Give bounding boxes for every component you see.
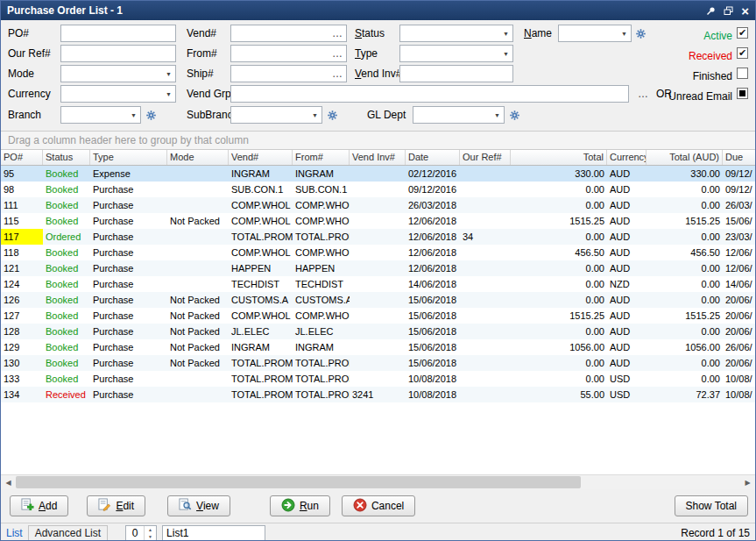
column-header-status[interactable]: Status bbox=[43, 150, 90, 165]
status-combo-input[interactable] bbox=[400, 27, 499, 39]
name-dropdown-arrow-icon[interactable]: ▼ bbox=[618, 31, 631, 37]
grid-row-118[interactable]: 118BookedPurchaseCOMP.WHOLCOMP.WHOL12/06… bbox=[1, 245, 755, 260]
vend-lookup-ellipsis-icon[interactable]: … bbox=[329, 28, 346, 39]
column-header-vend_inv[interactable]: Vend Inv# bbox=[350, 150, 406, 165]
subbranch-combo-input[interactable] bbox=[231, 109, 308, 121]
from-input[interactable] bbox=[231, 47, 329, 60]
cell-due: 26/06/ bbox=[723, 339, 756, 355]
ship-lookup-ellipsis-icon[interactable]: … bbox=[329, 68, 346, 79]
grid-row-126[interactable]: 126BookedPurchaseNot PackedCUSTOMS.ACUST… bbox=[1, 292, 755, 308]
edit-button[interactable]: Edit bbox=[87, 495, 145, 516]
type-dropdown-arrow-icon[interactable]: ▼ bbox=[499, 51, 512, 57]
grid-row-124[interactable]: 124BookedPurchaseTECHDISTTECHDIST14/06/2… bbox=[1, 276, 755, 292]
branch-settings-gear-icon[interactable] bbox=[145, 109, 158, 122]
subbranch-dropdown-arrow-icon[interactable]: ▼ bbox=[308, 112, 321, 118]
status-bar: List Advanced List 0 ▲ ▼ Record 1 of 15 bbox=[1, 523, 755, 541]
ship-input[interactable] bbox=[231, 68, 329, 80]
list-name-input[interactable] bbox=[162, 525, 265, 541]
column-header-currency[interactable]: Currency bbox=[607, 150, 646, 165]
cell-vend_inv bbox=[350, 371, 406, 387]
close-icon[interactable]: × bbox=[741, 4, 749, 18]
add-button-label: Add bbox=[39, 500, 57, 512]
name-combo-input[interactable] bbox=[559, 27, 618, 39]
po-input[interactable] bbox=[60, 25, 176, 42]
cell-from: TOTAL.PROM bbox=[293, 229, 350, 245]
cell-from: TECHDIST bbox=[293, 276, 350, 292]
our-ref-input[interactable] bbox=[60, 45, 176, 62]
column-header-vend[interactable]: Vend# bbox=[229, 150, 293, 165]
show-total-button[interactable]: Show Total bbox=[675, 495, 748, 516]
vend-grp-input[interactable] bbox=[230, 85, 629, 103]
scroll-left-arrow-icon[interactable]: ◀ bbox=[1, 475, 16, 489]
cell-due: 12/06/ bbox=[723, 260, 756, 276]
cell-po: 127 bbox=[1, 308, 43, 324]
status-dropdown-arrow-icon[interactable]: ▼ bbox=[499, 31, 512, 37]
grid-row-133[interactable]: 133BookedPurchaseTOTAL.PROMTOTAL.PROM10/… bbox=[1, 371, 755, 387]
mode-dropdown-arrow-icon[interactable]: ▼ bbox=[162, 71, 175, 77]
vend-input[interactable] bbox=[231, 27, 329, 39]
cell-currency: USD bbox=[607, 387, 646, 402]
pin-icon[interactable] bbox=[706, 6, 716, 16]
spinner-up-icon[interactable]: ▲ bbox=[145, 526, 156, 533]
column-header-our_ref[interactable]: Our Ref# bbox=[460, 150, 511, 165]
column-header-mode[interactable]: Mode bbox=[167, 150, 229, 165]
grid-row-128[interactable]: 128BookedPurchaseNot PackedJL.ELECJL.ELE… bbox=[1, 324, 755, 339]
grid-row-111[interactable]: 111BookedPurchaseCOMP.WHOLCOMP.WHOL26/03… bbox=[1, 197, 755, 213]
group-by-panel[interactable]: Drag a column header here to group by th… bbox=[1, 131, 755, 150]
grid-row-129[interactable]: 129BookedPurchaseNot PackedINGRAMINGRAM1… bbox=[1, 339, 755, 355]
branch-combo-input[interactable] bbox=[61, 109, 127, 121]
restore-icon[interactable] bbox=[724, 6, 733, 16]
cell-due: 09/12/ bbox=[723, 166, 756, 182]
column-header-type[interactable]: Type bbox=[90, 150, 167, 165]
unread-email-checkbox[interactable] bbox=[737, 88, 748, 99]
grid-row-95[interactable]: 95BookedExpenseINGRAMINGRAM02/12/2016330… bbox=[1, 166, 755, 182]
spinner-value[interactable]: 0 bbox=[126, 526, 144, 540]
column-header-total[interactable]: Total bbox=[511, 150, 607, 165]
cell-type: Purchase bbox=[90, 371, 167, 387]
cell-total_aud: 330.00 bbox=[646, 166, 723, 182]
column-header-po[interactable]: PO# bbox=[1, 150, 43, 165]
view-button[interactable]: View bbox=[167, 495, 230, 516]
column-header-date[interactable]: Date bbox=[406, 150, 460, 165]
scroll-right-arrow-icon[interactable]: ▶ bbox=[740, 475, 755, 489]
grid-row-134[interactable]: 134ReceivedPurchaseTOTAL.PROMTOTAL.PROM3… bbox=[1, 387, 755, 402]
gl-dept-dropdown-arrow-icon[interactable]: ▼ bbox=[491, 112, 504, 118]
branch-dropdown-arrow-icon[interactable]: ▼ bbox=[127, 112, 140, 118]
scrollbar-track[interactable] bbox=[16, 475, 740, 489]
active-checkbox[interactable] bbox=[737, 27, 748, 39]
grid-row-117[interactable]: 117OrderedPurchaseTOTAL.PROMTOTAL.PROM12… bbox=[1, 229, 755, 245]
mode-combo-input[interactable] bbox=[61, 68, 162, 80]
tab-list[interactable]: List bbox=[6, 527, 23, 539]
cell-total: 330.00 bbox=[511, 166, 607, 182]
currency-dropdown-arrow-icon[interactable]: ▼ bbox=[162, 91, 175, 97]
cell-our_ref bbox=[460, 245, 511, 260]
grid-row-130[interactable]: 130BookedPurchaseNot PackedTOTAL.PROMTOT… bbox=[1, 355, 755, 371]
spinner-down-icon[interactable]: ▼ bbox=[145, 533, 156, 540]
received-checkbox[interactable] bbox=[737, 47, 748, 59]
vend-inv-input[interactable] bbox=[399, 65, 513, 82]
grid-row-115[interactable]: 115BookedPurchaseNot PackedCOMP.WHOLCOMP… bbox=[1, 213, 755, 229]
cancel-button[interactable]: Cancel bbox=[342, 495, 415, 516]
horizontal-scrollbar[interactable]: ◀ ▶ bbox=[1, 474, 755, 489]
gl-dept-combo-input[interactable] bbox=[413, 109, 491, 121]
column-header-total_aud[interactable]: Total (AUD) bbox=[646, 150, 723, 165]
subbranch-settings-gear-icon[interactable] bbox=[326, 109, 339, 122]
show-total-button-label: Show Total bbox=[686, 500, 737, 512]
currency-combo-input[interactable] bbox=[61, 88, 162, 100]
type-combo-input[interactable] bbox=[400, 47, 499, 60]
grid-row-127[interactable]: 127BookedPurchaseNot PackedCOMP.WHOLCOMP… bbox=[1, 308, 755, 324]
scrollbar-thumb[interactable] bbox=[16, 476, 581, 488]
grid-row-121[interactable]: 121BookedPurchaseHAPPENHAPPEN12/06/20180… bbox=[1, 260, 755, 276]
grid-row-98[interactable]: 98BookedPurchaseSUB.CON.1SUB.CON.109/12/… bbox=[1, 182, 755, 197]
gl-dept-settings-gear-icon[interactable] bbox=[508, 109, 521, 122]
add-button[interactable]: Add bbox=[10, 495, 68, 516]
column-header-from[interactable]: From# bbox=[293, 150, 350, 165]
finished-checkbox[interactable] bbox=[737, 68, 748, 79]
tab-advanced-list[interactable]: Advanced List bbox=[28, 525, 108, 541]
from-lookup-ellipsis-icon[interactable]: … bbox=[329, 48, 346, 59]
our-ref-label: Our Ref# bbox=[8, 45, 51, 62]
title-bar[interactable]: Purchase Order List - 1 × bbox=[1, 1, 755, 20]
run-button[interactable]: Run bbox=[270, 495, 330, 516]
column-header-due[interactable]: Due bbox=[723, 150, 756, 165]
cell-due: 20/06/ bbox=[723, 324, 756, 339]
